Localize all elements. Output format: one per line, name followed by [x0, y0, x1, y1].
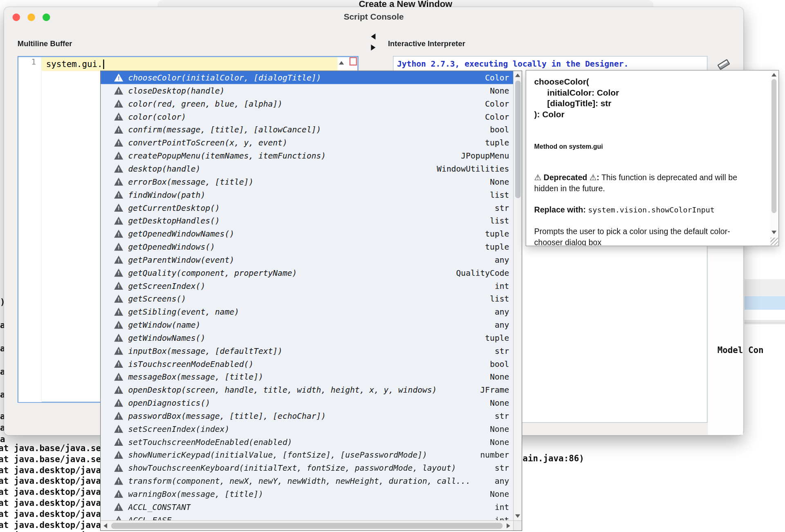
autocomplete-item[interactable]: getWindowNames()tuple [101, 331, 513, 344]
autocomplete-item[interactable]: createPopupMenu(itemNames, itemFunctions… [101, 149, 513, 162]
scrollbar-thumb[interactable] [772, 79, 776, 213]
deprecated-warning-icon [114, 503, 123, 511]
autocomplete-signature: getOpenedWindowNames() [128, 229, 234, 238]
autocomplete-item[interactable]: getDesktopHandles()list [101, 214, 513, 227]
screen: Create a New Window )aaaaaaa at java.bas… [0, 0, 785, 532]
clear-console-button[interactable] [717, 59, 732, 71]
scroll-down-icon[interactable] [772, 230, 776, 234]
scroll-up-icon[interactable] [339, 61, 344, 65]
autocomplete-item[interactable]: getSibling(event, name)any [101, 305, 513, 318]
deprecated-warning-icon [114, 73, 123, 82]
collapse-left-icon[interactable] [371, 34, 375, 40]
splitter-controls[interactable] [370, 34, 377, 51]
autocomplete-item[interactable]: inputBox(message, [defaultText])str [101, 344, 513, 357]
autocomplete-signature: getParentWindow(event) [128, 255, 234, 264]
autocomplete-item[interactable]: setScreenIndex(index)None [101, 422, 513, 435]
autocomplete-item[interactable]: getScreens()list [101, 292, 513, 305]
deprecated-warning-icon [114, 516, 123, 521]
collapse-right-icon[interactable] [371, 45, 375, 51]
autocomplete-return-type: str [488, 463, 509, 472]
autocomplete-return-type: str [488, 203, 509, 212]
autocomplete-return-type: any [488, 476, 509, 485]
autocomplete-signature: getWindowNames() [128, 333, 205, 342]
deprecated-warning-icon [114, 139, 123, 147]
background-row [745, 310, 785, 321]
deprecated-warning-icon [114, 203, 123, 212]
scroll-up-icon[interactable] [772, 73, 776, 77]
autocomplete-signature: showTouchscreenKeyboard(initialText, fon… [128, 463, 456, 472]
autocomplete-item[interactable]: ACCL_CONSTANTint [101, 500, 513, 513]
deprecated-warning-icon [114, 229, 123, 238]
autocomplete-item[interactable]: convertPointToScreen(x, y, event)tuple [101, 136, 513, 149]
autocomplete-return-type: Color [478, 112, 509, 121]
autocomplete-return-type: str [488, 346, 509, 355]
deprecated-warning-icon [114, 490, 123, 498]
autocomplete-item[interactable]: errorBox(message, [title])None [101, 175, 513, 188]
popup-vertical-scrollbar[interactable] [513, 71, 522, 521]
autocomplete-item[interactable]: isTouchscreenModeEnabled()bool [101, 357, 513, 370]
autocomplete-return-type: Color [478, 99, 509, 108]
scroll-left-icon[interactable] [103, 523, 107, 528]
deprecated-warning-icon [114, 476, 123, 485]
autocomplete-item[interactable]: getScreenIndex()int [101, 279, 513, 292]
autocomplete-return-type: tuple [478, 333, 509, 342]
autocomplete-item[interactable]: warningBox(message, [title])None [101, 487, 513, 501]
stack-trace-line: at java.desktop/java [0, 487, 101, 497]
current-line[interactable]: system.gui. [42, 57, 338, 71]
autocomplete-item[interactable]: showTouchscreenKeyboard(initialText, fon… [101, 461, 513, 474]
deprecated-warning-icon [114, 112, 123, 121]
autocomplete-item[interactable]: color(color)Color [101, 110, 513, 123]
autocomplete-return-type: JPopupMenu [454, 151, 509, 160]
popup-horizontal-scrollbar[interactable] [101, 520, 513, 530]
autocomplete-item[interactable]: passwordBox(message, [title], [echoChar]… [101, 409, 513, 422]
doc-signature-close: ): Color [534, 109, 758, 119]
autocomplete-signature: findWindow(path) [128, 190, 205, 199]
deprecated-warning-icon [114, 255, 123, 264]
background-window-rows [745, 279, 785, 325]
autocomplete-item[interactable]: confirm(message, [title], [allowCancel])… [101, 123, 513, 136]
autocomplete-item[interactable]: chooseColor(initialColor, [dialogTitle])… [101, 71, 513, 84]
scroll-right-icon[interactable] [507, 523, 510, 528]
autocomplete-item[interactable]: getQuality(component, propertyName)Quali… [101, 266, 513, 279]
autocomplete-item[interactable]: getOpenedWindowNames()tuple [101, 227, 513, 240]
autocomplete-item[interactable]: getWindow(name)any [101, 318, 513, 331]
autocomplete-item[interactable]: messageBox(message, [title])None [101, 370, 513, 383]
doc-vertical-scrollbar[interactable] [770, 71, 778, 245]
autocomplete-signature: confirm(message, [title], [allowCancel]) [128, 125, 321, 134]
autocomplete-item[interactable]: getCurrentDesktop()str [101, 201, 513, 214]
window-titlebar[interactable]: Script Console [4, 7, 744, 29]
resize-grip-icon[interactable] [770, 238, 778, 245]
autocomplete-item[interactable]: openDiagnostics()None [101, 396, 513, 409]
autocomplete-signature: getScreenIndex() [128, 281, 205, 291]
autocomplete-item[interactable]: showNumericKeypad(initialValue, [fontSiz… [101, 448, 513, 461]
autocomplete-signature: chooseColor(initialColor, [dialogTitle]) [128, 73, 321, 82]
autocomplete-item[interactable]: transform(component, newX, newY, newWidt… [101, 474, 513, 487]
scrollbar-thumb[interactable] [111, 523, 503, 529]
autocomplete-return-type: None [483, 424, 509, 434]
autocomplete-signature: getOpenedWindows() [128, 242, 215, 251]
autocomplete-item[interactable]: setTouchscreenModeEnabled(enabled)None [101, 435, 513, 448]
autocomplete-signature: createPopupMenu(itemNames, itemFunctions… [128, 151, 326, 160]
doc-signature-open: chooseColor( [534, 76, 758, 87]
doc-method-on: Method on system.gui [534, 143, 758, 150]
autocomplete-return-type: str [488, 411, 509, 420]
deprecated-warning-icon [114, 217, 123, 225]
autocomplete-item[interactable]: closeDesktop(handle)None [101, 84, 513, 97]
autocomplete-signature: getSibling(event, name) [128, 307, 239, 316]
deprecated-warning-icon [114, 86, 123, 95]
autocomplete-item[interactable]: desktop(handle)WindowUtilities [101, 162, 513, 175]
autocomplete-item[interactable]: getParentWindow(event)any [101, 253, 513, 266]
doc-tooltip: chooseColor( initialColor: Color [dialog… [526, 70, 779, 246]
replace-label: Replace with: [534, 206, 586, 214]
doc-signature: chooseColor( initialColor: Color [dialog… [534, 76, 758, 119]
autocomplete-item[interactable]: findWindow(path)list [101, 188, 513, 201]
autocomplete-item[interactable]: ACCL_EASEint [101, 513, 513, 520]
autocomplete-item[interactable]: color(red, green, blue, [alpha])Color [101, 97, 513, 110]
autocomplete-list: chooseColor(initialColor, [dialogTitle])… [101, 71, 513, 521]
scroll-down-icon[interactable] [515, 514, 520, 518]
autocomplete-item[interactable]: openDesktop(screen, handle, title, width… [101, 383, 513, 396]
interactive-interpreter-label: Interactive Interpreter [388, 39, 465, 48]
scrollbar-thumb[interactable] [515, 80, 520, 198]
scroll-up-icon[interactable] [515, 74, 520, 77]
autocomplete-item[interactable]: getOpenedWindows()tuple [101, 240, 513, 253]
